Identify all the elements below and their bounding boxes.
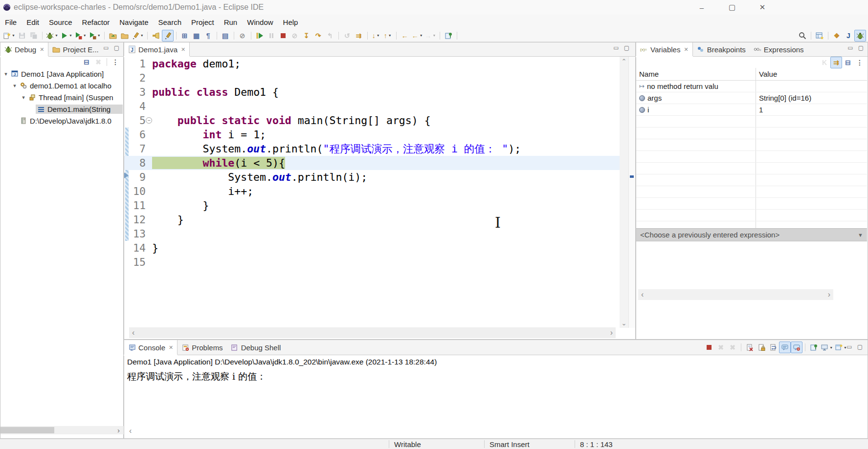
variables-table-header[interactable]: Name Value <box>636 68 867 81</box>
remove-all-terminated-icon[interactable]: ✖ <box>92 56 104 68</box>
code-line-7[interactable]: 7 System.out.println("程序调试演示，注意观察 i 的值： … <box>124 142 620 156</box>
drop-to-frame-icon[interactable]: ↺ <box>341 30 353 42</box>
debug-tab-project-e-[interactable]: Project E... <box>48 43 102 56</box>
debug-tree-item[interactable]: ▾JDemo1 [Java Application] <box>0 68 123 80</box>
skip-all-breakpoints-icon[interactable]: ⊘ <box>237 30 248 42</box>
coverage-icon[interactable]: ▼ <box>73 30 88 42</box>
gutter[interactable] <box>124 57 129 71</box>
remove-launch-icon[interactable]: ✖ <box>715 342 727 353</box>
gutter[interactable] <box>124 213 129 227</box>
dropdown-arrow-icon[interactable]: ▼ <box>55 34 58 37</box>
step-over-icon[interactable]: ↷ <box>312 30 324 42</box>
variables-view-menu-icon[interactable]: ⋮ <box>854 57 866 68</box>
debug-tree-hscrollbar[interactable]: › <box>0 426 124 434</box>
menu-file[interactable]: File <box>0 18 22 26</box>
code-text[interactable]: } <box>152 214 184 226</box>
menu-navigate[interactable]: Navigate <box>114 18 153 26</box>
variables-empty-row[interactable] <box>636 116 867 128</box>
show-view-table-icon[interactable]: ▦ <box>191 30 202 42</box>
maximize-view-icon[interactable]: ▢ <box>857 343 863 350</box>
scroll-right-icon[interactable]: › <box>117 426 120 434</box>
menu-source[interactable]: Source <box>44 18 77 26</box>
show-logical-structures-icon[interactable]: ⇉ <box>830 57 842 68</box>
variables-empty-row[interactable] <box>636 210 867 221</box>
previous-annotation-icon[interactable]: ↑▼ <box>382 30 394 42</box>
editor-vscrollbar[interactable]: ⌃ ⌄ <box>620 57 628 328</box>
gutter[interactable] <box>124 241 129 255</box>
variables-row-i[interactable]: i1 <box>636 104 867 116</box>
collapse-all-icon[interactable]: ⊟ <box>81 56 92 68</box>
scroll-right-icon[interactable]: › <box>828 290 830 299</box>
editor-minmax[interactable]: ▭▢ <box>613 44 629 51</box>
dropdown-arrow-icon[interactable]: ▼ <box>140 34 144 37</box>
menu-search[interactable]: Search <box>153 18 186 26</box>
maximize-view-icon[interactable]: ▢ <box>858 44 864 51</box>
variables-empty-row[interactable] <box>636 186 867 198</box>
menu-window[interactable]: Window <box>242 18 278 26</box>
code-text[interactable]: public static void main(String[] args) { <box>152 114 431 127</box>
code-line-9[interactable]: 9 System.out.println(i); <box>124 170 620 184</box>
code-line-6[interactable]: 6 int i = 1; <box>124 128 620 142</box>
forward-icon[interactable]: →▼ <box>424 30 437 42</box>
use-step-filters-icon[interactable]: ⇉ <box>353 30 365 42</box>
code-line-10[interactable]: 10 i++; <box>124 184 620 198</box>
debug-view-minmax[interactable]: ▭▢ <box>103 44 119 51</box>
step-return-icon[interactable]: ↰ <box>324 30 336 42</box>
debug-tree-item[interactable]: ▾demo1.Demo1 at localho <box>0 80 123 91</box>
fold-collapse-icon[interactable]: − <box>146 117 152 124</box>
dropdown-arrow-icon[interactable]: ▼ <box>420 34 423 37</box>
terminate-console-icon[interactable] <box>703 342 715 353</box>
close-tab-icon[interactable]: ✕ <box>40 46 44 53</box>
dropdown-arrow-icon[interactable]: ▼ <box>97 34 101 37</box>
code-text[interactable]: public class Demo1 { <box>152 86 279 98</box>
gutter[interactable] <box>124 71 129 85</box>
back-icon[interactable]: ←▼ <box>411 30 424 42</box>
menu-edit[interactable]: Edit <box>22 18 44 26</box>
variables-tab-breakpoints[interactable]: Breakpoints <box>693 43 750 56</box>
minimize-button[interactable]: – <box>696 3 707 12</box>
show-whitespace-icon[interactable]: ¶ <box>202 30 214 42</box>
console-tab-problems[interactable]: Problems <box>178 340 226 355</box>
run-external-tools-icon[interactable]: ▼ <box>88 30 102 42</box>
debug-tab-debug[interactable]: Debug✕ <box>0 43 48 56</box>
create-working-set-icon[interactable]: ⊞ <box>179 30 191 42</box>
scroll-left-icon[interactable]: ‹ <box>132 328 134 337</box>
gutter[interactable] <box>124 142 129 156</box>
maximize-button[interactable]: ▢ <box>727 3 737 12</box>
code-text[interactable]: int i = 1; <box>152 128 266 141</box>
dropdown-arrow-icon[interactable]: ▼ <box>12 34 15 37</box>
menu-run[interactable]: Run <box>219 18 243 26</box>
expand-chevron-icon[interactable]: ▾ <box>2 71 9 77</box>
variables-empty-row[interactable] <box>636 139 867 151</box>
show-type-names-icon[interactable]: K <box>819 57 830 68</box>
variables-empty-row[interactable] <box>636 128 867 139</box>
code-line-11[interactable]: 11 } <box>124 198 620 213</box>
debug-perspective-icon[interactable] <box>854 30 866 42</box>
scroll-left-icon[interactable]: ‹ <box>641 290 644 299</box>
word-wrap-icon[interactable] <box>767 342 779 353</box>
last-edit-location-icon[interactable]: ← <box>399 30 411 42</box>
java-ee-perspective-icon[interactable]: ❖ <box>831 30 843 42</box>
minimize-editor-icon[interactable]: ▭ <box>613 44 619 51</box>
gutter[interactable] <box>124 128 129 142</box>
editor-tab-demo1-java[interactable]: J Demo1.java ✕ <box>124 43 190 56</box>
code-line-12[interactable]: 12 } <box>124 213 620 227</box>
variables-hscrollbar[interactable]: ‹ › <box>638 289 833 300</box>
menu-refactor[interactable]: Refactor <box>77 18 115 26</box>
overview-ruler[interactable] <box>628 57 635 328</box>
next-annotation-icon[interactable]: ↓▼ <box>370 30 382 42</box>
gutter[interactable] <box>124 255 129 269</box>
code-line-13[interactable]: 13 <box>124 227 620 241</box>
variables-row-no[interactable]: ↦no method return valu <box>636 81 867 92</box>
gutter[interactable] <box>124 184 129 198</box>
variables-empty-row[interactable] <box>636 174 867 186</box>
code-line-1[interactable]: 1package demo1; <box>124 57 620 71</box>
clear-console-icon[interactable] <box>744 342 756 353</box>
suspend-icon[interactable] <box>266 30 277 42</box>
save-all-icon[interactable] <box>28 30 40 42</box>
highlighter-icon[interactable]: ▼ <box>131 30 145 42</box>
gutter[interactable] <box>124 99 129 113</box>
save-icon[interactable] <box>16 30 28 42</box>
gutter[interactable] <box>124 156 129 170</box>
gutter[interactable] <box>124 85 129 99</box>
